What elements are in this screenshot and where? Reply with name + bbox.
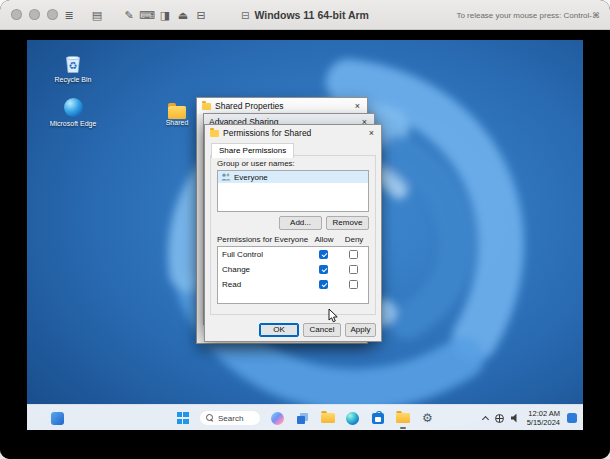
folder-icon xyxy=(210,130,219,137)
taskbar: Search ⚙ xyxy=(27,404,583,430)
deny-checkbox-2[interactable] xyxy=(349,280,358,289)
cancel-button[interactable]: Cancel xyxy=(303,323,341,337)
gear-icon: ⚙ xyxy=(422,412,433,424)
permission-name: Read xyxy=(222,280,308,289)
dialog-title: Permissions for Shared xyxy=(223,128,311,138)
window-title: Shared Properties xyxy=(215,101,284,111)
allow-checkbox-0[interactable] xyxy=(319,250,328,259)
desktop-icon-shared-folder[interactable]: Shared xyxy=(155,102,199,127)
add-button[interactable]: Add... xyxy=(279,216,322,230)
edge-icon xyxy=(346,412,359,425)
search-label: Search xyxy=(218,414,243,423)
permission-name: Full Control xyxy=(222,250,308,259)
deny-checkbox-1[interactable] xyxy=(349,265,358,274)
edge-button[interactable] xyxy=(344,408,361,428)
recycle-bin-icon: ♻ xyxy=(62,52,84,74)
vm-disk-icon[interactable]: ◨ xyxy=(156,0,174,30)
volume-icon[interactable] xyxy=(511,414,520,423)
vm-usb-icon[interactable]: ⏏ xyxy=(174,0,192,30)
permissions-dialog[interactable]: Permissions for Shared × Share Permissio… xyxy=(204,124,382,342)
desktop-icon-microsoft-edge[interactable]: Microsoft Edge xyxy=(47,96,99,128)
mac-titlebar: ≣ ▤ ✎ ⌨ ◨ ⏏ ⊟ ⊟ Windows 11 64-bit Arm To… xyxy=(0,0,610,30)
users-icon xyxy=(221,173,231,181)
vm-window-title: ⊟ Windows 11 64-bit Arm xyxy=(241,0,369,30)
allow-checkbox-1[interactable] xyxy=(319,265,328,274)
vm-screen-area: ♻ Recycle Bin Microsoft Edge Shared Shar… xyxy=(0,30,610,459)
permissions-header: Permissions for Everyone Allow Deny xyxy=(217,235,369,244)
store-icon xyxy=(372,413,384,424)
deny-column-header: Deny xyxy=(339,235,369,244)
clock-date: 5/15/2024 xyxy=(527,418,560,427)
close-icon[interactable]: × xyxy=(353,102,362,111)
permission-row-read: Read xyxy=(218,277,368,292)
shared-folder-window-button[interactable] xyxy=(394,408,411,428)
windows-desktop[interactable]: ♻ Recycle Bin Microsoft Edge Shared Shar… xyxy=(27,40,583,430)
minimize-window-button[interactable] xyxy=(29,9,40,20)
group-name: Everyone xyxy=(234,173,268,182)
start-button[interactable] xyxy=(174,408,191,428)
tab-share-permissions[interactable]: Share Permissions xyxy=(211,143,294,158)
settings-button[interactable]: ⚙ xyxy=(419,408,436,428)
vm-keyboard-icon[interactable]: ⌨ xyxy=(138,0,156,30)
group-row-everyone[interactable]: Everyone xyxy=(218,171,368,183)
zoom-window-button[interactable] xyxy=(47,9,58,20)
copilot-icon xyxy=(271,412,284,425)
close-window-button[interactable] xyxy=(11,9,22,20)
vm-window: ≣ ▤ ✎ ⌨ ◨ ⏏ ⊟ ⊟ Windows 11 64-bit Arm To… xyxy=(0,0,610,459)
folder-icon xyxy=(202,103,211,110)
permission-row-change: Change xyxy=(218,262,368,277)
vm-display-icon[interactable]: ⊟ xyxy=(192,0,210,30)
vm-settings-icon[interactable]: ≣ xyxy=(60,0,78,30)
permissions-for-label: Permissions for Everyone xyxy=(217,235,309,244)
task-view-icon xyxy=(297,416,305,424)
copilot-button[interactable] xyxy=(269,408,286,428)
dialog-buttons: OK Cancel Apply xyxy=(259,323,376,337)
file-explorer-icon xyxy=(321,413,335,423)
widgets-icon[interactable] xyxy=(51,412,64,425)
remove-button[interactable]: Remove xyxy=(326,216,369,230)
desktop-icon-label: Microsoft Edge xyxy=(47,120,99,128)
windows-logo-icon xyxy=(177,412,189,424)
apply-button[interactable]: Apply xyxy=(345,323,376,337)
file-explorer-button[interactable] xyxy=(319,408,336,428)
task-view-button[interactable] xyxy=(294,408,311,428)
deny-checkbox-0[interactable] xyxy=(349,250,358,259)
open-folder-icon xyxy=(396,413,410,423)
vm-snapshots-icon[interactable]: ▤ xyxy=(88,0,106,30)
search-icon xyxy=(206,414,214,422)
traffic-lights xyxy=(11,9,58,20)
permission-name: Change xyxy=(222,265,308,274)
desktop-icon-label: Recycle Bin xyxy=(47,76,99,84)
clock-time: 12:02 AM xyxy=(527,409,560,418)
permissions-list[interactable]: Full Control Change Read xyxy=(217,246,369,304)
ok-button[interactable]: OK xyxy=(259,323,299,337)
taskbar-clock[interactable]: 12:02 AM 5/15/2024 xyxy=(527,409,560,428)
mouse-cursor xyxy=(328,308,340,324)
edge-icon xyxy=(62,96,84,118)
permission-row-full-control: Full Control xyxy=(218,247,368,262)
desktop-icon-recycle-bin[interactable]: ♻ Recycle Bin xyxy=(47,52,99,84)
window-titlebar[interactable]: Shared Properties × xyxy=(197,98,367,114)
close-icon[interactable]: × xyxy=(367,129,376,138)
shared-folder-icon xyxy=(168,106,186,119)
allow-column-header: Allow xyxy=(309,235,339,244)
group-names-label: Group or user names: xyxy=(217,159,295,168)
mouse-release-hint: To release your mouse press: Control-⌘ xyxy=(456,0,600,30)
vm-title-text: Windows 11 64-bit Arm xyxy=(254,9,368,21)
desktop-icon-label: Shared xyxy=(155,119,199,127)
group-buttons: Add... Remove xyxy=(279,216,369,230)
notification-icon[interactable] xyxy=(567,413,577,423)
store-button[interactable] xyxy=(369,408,386,428)
hidden-icons-chevron[interactable] xyxy=(482,415,489,422)
share-permissions-page: Group or user names: Everyone xyxy=(210,155,376,315)
group-list[interactable]: Everyone xyxy=(217,170,369,212)
taskbar-search[interactable]: Search xyxy=(199,410,261,426)
svg-text:♻: ♻ xyxy=(69,60,78,71)
network-icon[interactable] xyxy=(495,414,504,423)
vm-tools-icon[interactable]: ✎ xyxy=(120,0,138,30)
dialog-titlebar[interactable]: Permissions for Shared × xyxy=(205,125,381,141)
running-indicator xyxy=(400,427,406,429)
tab-strip: Share Permissions xyxy=(205,141,381,156)
vm-monitor-icon: ⊟ xyxy=(241,10,249,21)
allow-checkbox-2[interactable] xyxy=(319,280,328,289)
